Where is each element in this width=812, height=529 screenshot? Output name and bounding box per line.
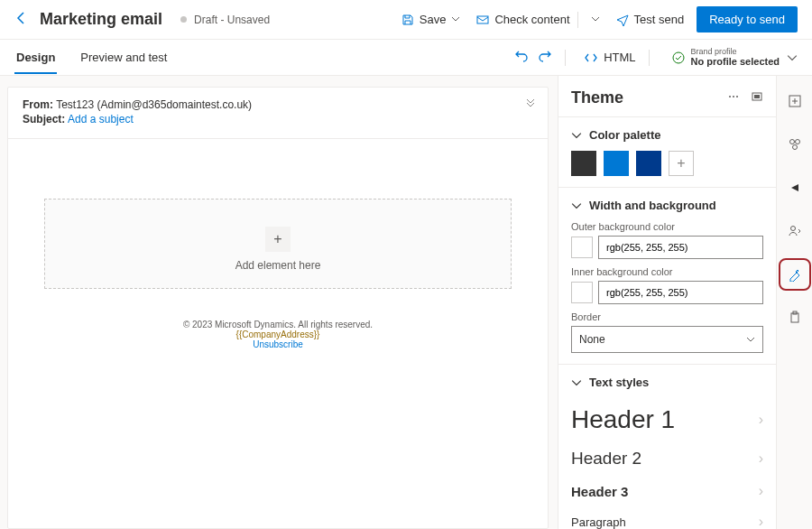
text-styles-title: Text styles bbox=[589, 376, 649, 389]
h2-label: Header 2 bbox=[571, 449, 641, 469]
section-text-styles[interactable]: Text styles bbox=[571, 376, 763, 389]
collapse-header-button[interactable] bbox=[524, 98, 537, 114]
outer-bg-input[interactable] bbox=[598, 236, 763, 259]
redo-button[interactable] bbox=[538, 49, 552, 67]
tab-design[interactable]: Design bbox=[14, 42, 57, 73]
footer-token: {{CompanyAddress}} bbox=[8, 329, 548, 339]
save-icon bbox=[401, 14, 414, 26]
rail-preview[interactable] bbox=[782, 175, 807, 200]
color-swatch[interactable] bbox=[571, 151, 596, 176]
svg-point-3 bbox=[733, 96, 734, 97]
svg-point-4 bbox=[736, 96, 738, 97]
border-select[interactable]: None bbox=[571, 326, 763, 353]
text-style-h2[interactable]: Header 2 › bbox=[571, 441, 763, 476]
chevron-down-icon bbox=[571, 200, 582, 211]
check-content-dropdown[interactable] bbox=[586, 13, 605, 26]
svg-marker-11 bbox=[791, 184, 798, 191]
rail-personalize[interactable] bbox=[782, 218, 807, 244]
chevron-down-icon bbox=[746, 335, 755, 344]
svg-point-8 bbox=[789, 140, 794, 144]
chevron-down-icon bbox=[591, 13, 605, 26]
text-style-h3[interactable]: Header 3 › bbox=[571, 476, 763, 506]
brand-value: No profile selected bbox=[691, 56, 780, 67]
check-content-label: Check content bbox=[494, 13, 569, 26]
status-dot bbox=[180, 16, 187, 23]
rail-add-element[interactable] bbox=[782, 88, 807, 114]
send-icon bbox=[616, 14, 629, 26]
color-swatch[interactable] bbox=[636, 151, 661, 176]
chevron-right-icon: › bbox=[759, 483, 763, 499]
from-label: From: bbox=[23, 98, 53, 111]
tab-preview[interactable]: Preview and test bbox=[78, 42, 169, 73]
dropzone[interactable]: + Add element here bbox=[44, 199, 512, 289]
svg-point-2 bbox=[729, 96, 731, 97]
h3-label: Header 3 bbox=[571, 484, 628, 499]
right-rail bbox=[776, 76, 812, 529]
from-value: Test123 (Admin@d365domaintest.co.uk) bbox=[56, 98, 252, 111]
brand-icon bbox=[671, 51, 686, 65]
chevron-down-icon[interactable] bbox=[451, 13, 466, 26]
divider bbox=[577, 12, 578, 28]
section-width-background[interactable]: Width and background bbox=[571, 199, 763, 212]
test-send-label: Test send bbox=[634, 13, 685, 26]
code-icon bbox=[584, 51, 598, 65]
rail-clipboard[interactable] bbox=[782, 305, 807, 330]
unsubscribe-link[interactable]: Unsubscribe bbox=[8, 339, 548, 349]
rail-settings[interactable] bbox=[782, 132, 807, 157]
theme-panel: Theme Color palette + Width bbox=[558, 76, 776, 529]
chevron-right-icon: › bbox=[759, 514, 763, 529]
back-button[interactable] bbox=[14, 11, 29, 29]
panel-expand-button[interactable] bbox=[751, 90, 763, 107]
check-content-button[interactable]: Check content bbox=[476, 13, 569, 26]
section-color-palette[interactable]: Color palette bbox=[571, 128, 763, 142]
chevron-right-icon: › bbox=[759, 450, 763, 467]
chevron-down-icon bbox=[571, 130, 582, 141]
footer-copyright: © 2023 Microsoft Dynamics. All rights re… bbox=[8, 320, 548, 329]
status-text: Draft - Unsaved bbox=[194, 14, 270, 26]
width-bg-title: Width and background bbox=[589, 199, 716, 212]
color-palette-title: Color palette bbox=[589, 128, 660, 142]
ready-to-send-button[interactable]: Ready to send bbox=[697, 6, 798, 32]
panel-more-button[interactable] bbox=[727, 90, 740, 107]
border-value: None bbox=[579, 333, 605, 346]
border-label: Border bbox=[571, 311, 763, 322]
chevron-down-icon bbox=[571, 377, 582, 388]
svg-point-1 bbox=[673, 52, 684, 63]
add-element-button[interactable]: + bbox=[265, 227, 291, 252]
email-footer: © 2023 Microsoft Dynamics. All rights re… bbox=[8, 320, 548, 349]
add-color-button[interactable]: + bbox=[669, 151, 694, 176]
svg-point-10 bbox=[792, 145, 797, 150]
html-view-button[interactable]: HTML bbox=[584, 51, 635, 65]
svg-point-9 bbox=[795, 140, 799, 144]
h1-label: Header 1 bbox=[571, 405, 675, 434]
color-swatch[interactable] bbox=[604, 151, 629, 176]
subject-label: Subject: bbox=[23, 113, 65, 125]
dropzone-text: Add element here bbox=[45, 259, 511, 272]
outer-bg-label: Outer background color bbox=[571, 221, 763, 232]
mail-check-icon bbox=[476, 14, 489, 26]
paragraph-label: Paragraph bbox=[571, 515, 626, 529]
chevron-down-icon bbox=[787, 52, 798, 63]
inner-bg-label: Inner background color bbox=[571, 266, 763, 277]
chevron-right-icon: › bbox=[759, 412, 763, 428]
svg-rect-6 bbox=[754, 95, 760, 98]
test-send-button[interactable]: Test send bbox=[616, 13, 685, 26]
add-subject-link[interactable]: Add a subject bbox=[68, 113, 134, 125]
brand-label: Brand profile bbox=[691, 48, 780, 56]
outer-bg-chip[interactable] bbox=[571, 237, 593, 258]
email-canvas: From: Test123 (Admin@d365domaintest.co.u… bbox=[7, 87, 549, 529]
svg-point-12 bbox=[790, 227, 795, 231]
divider bbox=[649, 50, 650, 66]
html-label: HTML bbox=[604, 51, 635, 64]
inner-bg-chip[interactable] bbox=[571, 282, 593, 303]
text-style-paragraph[interactable]: Paragraph › bbox=[571, 506, 763, 529]
text-style-h1[interactable]: Header 1 › bbox=[571, 398, 763, 441]
brand-profile-selector[interactable]: Brand profile No profile selected bbox=[671, 48, 798, 67]
save-button[interactable]: Save bbox=[401, 13, 466, 26]
panel-title: Theme bbox=[571, 88, 716, 107]
save-label: Save bbox=[420, 13, 447, 26]
divider bbox=[565, 50, 566, 66]
undo-button[interactable] bbox=[514, 49, 529, 67]
rail-theme[interactable] bbox=[782, 262, 807, 287]
inner-bg-input[interactable] bbox=[598, 281, 763, 304]
